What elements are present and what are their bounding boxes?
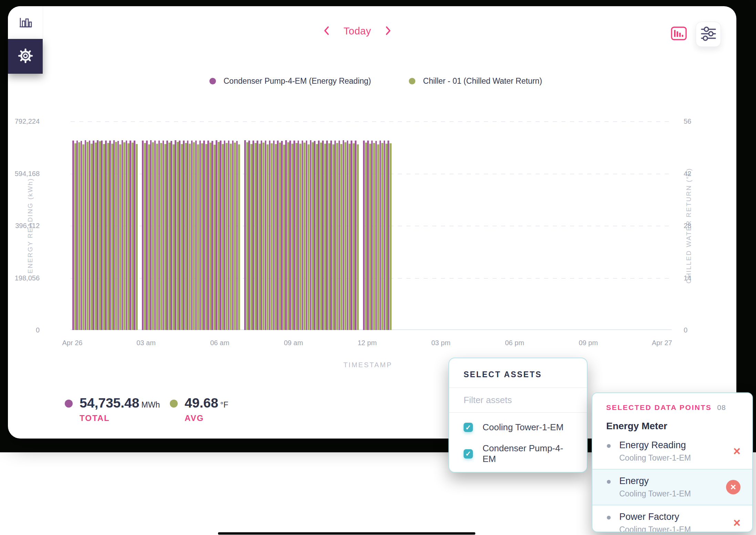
temperature-bar [283, 145, 285, 330]
temperature-bar [209, 143, 211, 330]
energy-bar [232, 141, 234, 330]
asset-option-row[interactable]: Cooling Tower-3-EM [449, 470, 587, 473]
chart-legend: Condenser Pump-4-EM (Energy Reading) Chi… [209, 76, 542, 86]
temperature-bar [336, 143, 338, 330]
energy-bar [216, 140, 217, 330]
energy-bar [220, 141, 221, 330]
temperature-bar [74, 143, 76, 330]
temperature-bar [226, 143, 228, 330]
temperature-bar [349, 144, 351, 330]
energy-bar [101, 141, 103, 330]
energy-bar [252, 141, 254, 330]
temperature-bar [250, 144, 252, 330]
temperature-bar [312, 142, 314, 330]
temperature-bar [246, 142, 248, 330]
energy-bar [163, 141, 164, 330]
remove-data-point-button[interactable]: × [726, 480, 741, 494]
temperature-bar [344, 142, 346, 330]
temperature-bar [275, 144, 277, 330]
previous-day-button[interactable] [322, 26, 331, 37]
data-point-row[interactable]: Energy ReadingCooling Tower-1-EM× [592, 434, 752, 469]
stat-caption: AVG [185, 413, 228, 423]
energy-bar [363, 141, 365, 330]
legend-item-energy[interactable]: Condenser Pump-4-EM (Energy Reading) [209, 76, 371, 86]
temperature-bar [86, 142, 89, 330]
chevron-right-icon [384, 26, 392, 37]
temperature-bar [377, 144, 379, 330]
selected-points-count: 08 [717, 403, 726, 412]
energy-bar [170, 141, 172, 330]
y-left-tick: 198,056 [2, 274, 40, 282]
temperature-bar [82, 144, 84, 330]
energy-bar [179, 141, 180, 330]
energy-bar [183, 141, 185, 330]
filter-assets-input[interactable] [449, 388, 587, 412]
energy-bar [203, 141, 205, 330]
legend-label: Condenser Pump-4-EM (Energy Reading) [224, 76, 371, 86]
x-axis-tick: 09 am [284, 339, 303, 347]
asset-option-row[interactable]: ✓Condenser Pump-4-EM [449, 438, 587, 470]
legend-item-chilled-water[interactable]: Chiller - 01 (Chilled Water Return) [409, 76, 542, 86]
energy-bar [236, 141, 238, 330]
checkbox-checked-icon[interactable]: ✓ [464, 423, 473, 432]
x-axis-tick: 06 pm [505, 339, 524, 347]
data-point-row[interactable]: EnergyCooling Tower-1-EM× [592, 469, 752, 505]
temperature-bar [168, 143, 170, 330]
date-navigation: Today [322, 25, 393, 37]
energy-bar [187, 141, 189, 330]
energy-bar [150, 140, 152, 330]
temperature-bar [214, 145, 216, 330]
temperature-bar [78, 142, 80, 330]
energy-bar [355, 141, 356, 330]
today-label[interactable]: Today [344, 25, 371, 37]
energy-bar [72, 141, 74, 330]
energy-bar [289, 141, 291, 330]
temperature-bar [91, 144, 93, 330]
temperature-bar [320, 143, 322, 330]
energy-bar [85, 140, 86, 330]
data-point-asset: Cooling Tower-1-EM [619, 453, 721, 463]
energy-bar [384, 141, 385, 330]
energy-bar [199, 141, 201, 330]
y-right-tick: 28 [684, 222, 691, 230]
energy-bar [228, 141, 230, 330]
energy-bar [175, 140, 176, 330]
temperature-bar [385, 144, 387, 330]
temperature-bar [357, 144, 359, 330]
energy-bar [273, 141, 275, 330]
chart-bars[interactable] [72, 121, 662, 330]
remove-data-point-button[interactable]: × [733, 517, 741, 529]
temperature-bar [107, 143, 109, 330]
energy-bar [387, 141, 389, 330]
checkbox-checked-icon[interactable]: ✓ [464, 449, 473, 459]
remove-data-point-button[interactable]: × [733, 445, 741, 457]
temperature-bar [328, 143, 330, 330]
sidebar-item-settings[interactable] [8, 39, 43, 74]
temperature-bar [127, 143, 130, 330]
x-axis-tick: 09 pm [579, 339, 598, 347]
energy-bar [310, 140, 312, 330]
y-left-tick: 594,168 [2, 170, 40, 178]
temperature-bar [123, 142, 125, 330]
x-axis-title: TIMESTAMP [343, 361, 392, 369]
legend-dot-purple [209, 78, 216, 84]
energy-bar [113, 140, 115, 330]
temperature-bar [390, 143, 392, 330]
data-point-row[interactable]: Power FactoryCooling Tower-1-EM× [592, 505, 752, 532]
energy-bar [158, 141, 160, 330]
sidebar-item-charts[interactable] [8, 6, 43, 39]
chart-type-button[interactable] [671, 26, 687, 41]
temperature-bar [279, 143, 281, 330]
asset-option-row[interactable]: ✓Cooling Tower-1-EM [449, 417, 587, 438]
filter-settings-button[interactable] [696, 22, 721, 47]
data-point-asset: Cooling Tower-1-EM [619, 489, 721, 498]
y-left-tick: 0 [2, 326, 40, 334]
energy-bar [142, 141, 144, 330]
next-day-button[interactable] [384, 26, 392, 37]
energy-bar [380, 141, 381, 330]
temperature-bar [197, 144, 199, 330]
temperature-bar [271, 143, 273, 330]
energy-bar [261, 141, 262, 330]
temperature-bar [365, 143, 367, 330]
asset-option-label: Condenser Pump-4-EM [483, 443, 572, 464]
